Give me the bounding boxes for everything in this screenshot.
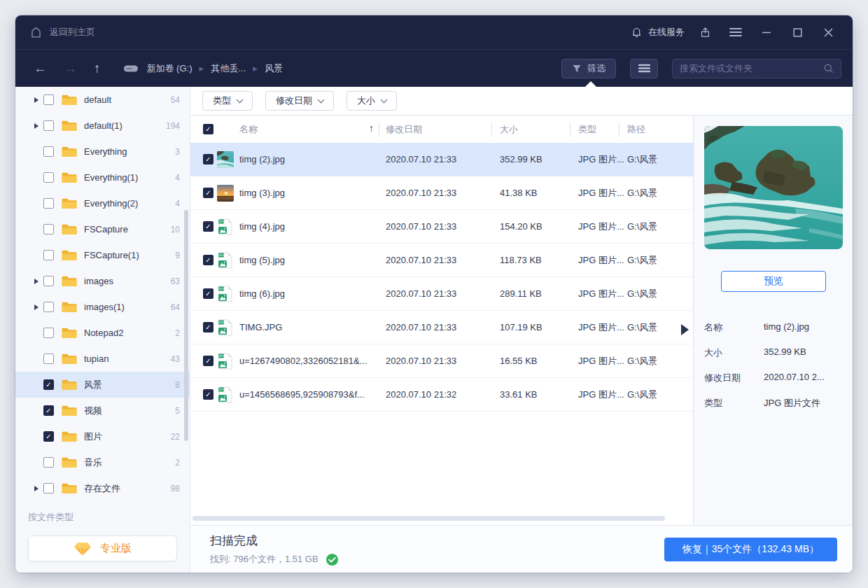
view-options-button[interactable] xyxy=(630,59,658,78)
column-header-path[interactable]: 路径 xyxy=(627,123,672,136)
table-row[interactable]: u=1456568695,925908793&f... 2020.07.10 2… xyxy=(190,378,693,412)
forward-arrow-button[interactable]: → xyxy=(64,62,77,75)
horizontal-scrollbar[interactable] xyxy=(192,516,665,521)
sidebar-item-images[interactable]: images 63 xyxy=(15,268,190,294)
sidebar-item-images1[interactable]: images(1) 64 xyxy=(15,294,190,320)
column-header-type[interactable]: 类型 xyxy=(578,123,627,136)
sidebar-item-fscapture1[interactable]: FSCapture(1) 9 xyxy=(15,242,190,268)
file-count: 10 xyxy=(171,225,180,234)
row-type: JPG 图片... xyxy=(578,288,627,300)
folder-checkbox[interactable] xyxy=(43,302,54,312)
app-window: 返回到主页 在线服务 xyxy=(15,15,853,573)
table-row[interactable]: timg (6).jpg 2020.07.10 21:33 289.11 KB … xyxy=(190,277,693,311)
minimize-icon xyxy=(762,27,771,37)
back-arrow-button[interactable]: ← xyxy=(34,62,47,75)
detail-label-name: 名称 xyxy=(704,321,764,334)
expand-arrow-icon[interactable] xyxy=(34,279,38,284)
folder-checkbox[interactable] xyxy=(43,224,54,234)
folder-checkbox[interactable] xyxy=(43,94,54,105)
folder-checkbox[interactable] xyxy=(43,431,54,442)
breadcrumb-item-current[interactable]: 风景 xyxy=(265,62,283,75)
minimize-button[interactable] xyxy=(756,22,777,43)
sidebar-item-default[interactable]: default 54 xyxy=(15,87,190,113)
expand-arrow-icon[interactable] xyxy=(34,486,38,491)
column-header-size[interactable]: 大小 xyxy=(500,123,578,136)
expand-arrow-icon[interactable] xyxy=(34,97,38,103)
sidebar-item-fengjing[interactable]: 风景 8 xyxy=(15,372,190,398)
row-path: G:\风景 xyxy=(627,187,672,200)
folder-checkbox[interactable] xyxy=(43,354,54,364)
maximize-button[interactable] xyxy=(787,22,808,43)
sidebar-item-shipin[interactable]: 视频 5 xyxy=(15,398,190,424)
folder-checkbox[interactable] xyxy=(43,457,54,468)
funnel-icon xyxy=(572,64,582,74)
file-count: 194 xyxy=(166,121,180,131)
row-type: JPG 图片... xyxy=(578,187,627,200)
filter-chip-size[interactable]: 大小 xyxy=(346,91,397,111)
sidebar-item-yinyue[interactable]: 音乐 2 xyxy=(15,449,190,475)
folder-checkbox[interactable] xyxy=(43,250,54,260)
column-header-name[interactable]: 名称 xyxy=(239,123,258,136)
sidebar-item-tupian[interactable]: tupian 43 xyxy=(15,346,190,372)
file-count: 4 xyxy=(175,199,180,209)
folder-checkbox[interactable] xyxy=(43,120,54,131)
row-checkbox[interactable] xyxy=(203,221,214,232)
row-checkbox[interactable] xyxy=(203,322,214,332)
folder-checkbox[interactable] xyxy=(43,172,54,183)
close-icon xyxy=(824,28,833,37)
folder-checkbox[interactable] xyxy=(43,483,54,493)
table-row[interactable]: timg (5).jpg 2020.07.10 21:33 118.73 KB … xyxy=(190,244,693,277)
sidebar-item-tupian-cn[interactable]: 图片 22 xyxy=(15,424,190,449)
folder-checkbox[interactable] xyxy=(43,379,54,390)
table-row[interactable]: timg (3).jpg 2020.07.10 21:33 41.38 KB J… xyxy=(190,176,693,210)
row-checkbox[interactable] xyxy=(203,255,214,265)
sidebar-item-everything[interactable]: Everything 3 xyxy=(15,139,190,164)
up-arrow-button[interactable]: ↑ xyxy=(94,62,101,75)
table-row[interactable]: TIMG.JPG 2020.07.10 21:33 107.19 KB JPG … xyxy=(190,311,693,344)
recover-button[interactable]: 恢复｜35个文件（132.43 MB） xyxy=(664,538,837,561)
row-checkbox[interactable] xyxy=(203,288,214,299)
column-header-date[interactable]: 修改日期 xyxy=(386,123,500,136)
menu-button[interactable] xyxy=(725,22,746,43)
preview-button[interactable]: 预览 xyxy=(721,271,826,292)
row-checkbox[interactable] xyxy=(203,389,214,400)
folder-checkbox[interactable] xyxy=(43,328,54,338)
row-checkbox[interactable] xyxy=(203,188,214,198)
folder-checkbox[interactable] xyxy=(43,276,54,286)
folder-checkbox[interactable] xyxy=(43,146,54,157)
panel-collapse-arrow[interactable] xyxy=(681,324,689,335)
file-count: 98 xyxy=(171,484,180,493)
online-service-button[interactable]: 在线服务 xyxy=(631,26,685,38)
table-row[interactable]: timg (4).jpg 2020.07.10 21:33 154.20 KB … xyxy=(190,210,693,244)
sidebar-item-default1[interactable]: default(1) 194 xyxy=(15,113,190,139)
table-row[interactable]: u=1267490802,3326052181&... 2020.07.10 2… xyxy=(190,344,693,378)
close-button[interactable] xyxy=(818,22,839,43)
by-file-type-link[interactable]: 按文件类型 xyxy=(15,501,190,524)
sidebar-item-everything1[interactable]: Everything(1) 4 xyxy=(15,164,190,190)
sidebar-scrollbar[interactable] xyxy=(184,210,188,441)
filter-button[interactable]: 筛选 xyxy=(561,59,616,78)
sidebar-item-fscapture[interactable]: FSCapture 10 xyxy=(15,216,190,242)
back-to-home-button[interactable]: 返回到主页 xyxy=(29,26,95,39)
expand-arrow-icon[interactable] xyxy=(34,304,38,310)
row-checkbox[interactable] xyxy=(203,154,214,164)
search-input[interactable] xyxy=(680,63,823,74)
table-row[interactable]: timg (2).jpg 2020.07.10 21:33 352.99 KB … xyxy=(190,143,693,176)
sort-ascending-icon[interactable]: ↑ xyxy=(369,122,374,134)
breadcrumb-item-parent[interactable]: 其他丢... xyxy=(211,62,246,75)
filter-chip-type[interactable]: 类型 xyxy=(202,91,253,111)
expand-arrow-icon[interactable] xyxy=(34,123,38,129)
folder-icon xyxy=(61,482,78,495)
sidebar-item-cunzaiwenjian[interactable]: 存在文件 98 xyxy=(15,475,190,501)
share-button[interactable] xyxy=(694,22,715,43)
folder-icon xyxy=(61,248,78,262)
folder-checkbox[interactable] xyxy=(43,405,54,416)
row-checkbox[interactable] xyxy=(203,356,214,366)
select-all-checkbox[interactable] xyxy=(203,124,214,134)
sidebar-item-notepad2[interactable]: Notepad2 2 xyxy=(15,320,190,346)
folder-checkbox[interactable] xyxy=(43,198,54,209)
pro-version-button[interactable]: 专业版 xyxy=(28,536,177,561)
breadcrumb-item-drive[interactable]: 新加卷 (G:) xyxy=(147,62,192,75)
sidebar-item-everything2[interactable]: Everything(2) 4 xyxy=(15,190,190,216)
filter-chip-date[interactable]: 修改日期 xyxy=(265,91,334,111)
